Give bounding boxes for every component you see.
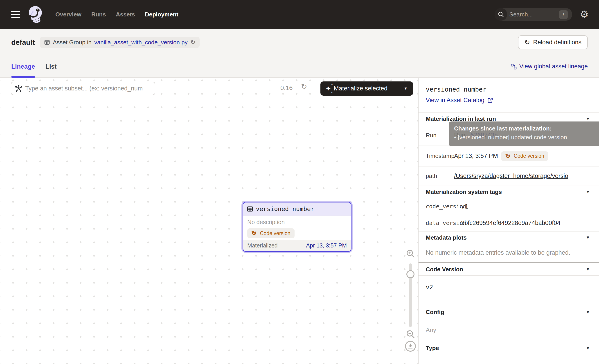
section-type[interactable]: Type ▼ [419, 342, 599, 354]
section-materialization-system-tags[interactable]: Materialization system tags ▼ [419, 186, 599, 198]
code-version-badge[interactable]: ↻! Code version [501, 151, 548, 161]
chevron-down-icon[interactable]: ▼ [586, 267, 590, 272]
zoom-controls [404, 244, 417, 364]
asset-subset-input-wrap [11, 82, 155, 95]
download-graph-icon[interactable] [405, 341, 416, 352]
chevron-down-icon[interactable]: ▼ [586, 116, 590, 121]
breadcrumb-file-link[interactable]: vanilla_asset_with_code_version.py [94, 39, 188, 46]
section-metadata-plots[interactable]: Metadata plots ▼ [419, 231, 599, 244]
zoom-slider-handle[interactable] [406, 270, 414, 278]
tab-list[interactable]: List [45, 56, 57, 77]
search-icon [495, 8, 507, 21]
asset-graph-canvas[interactable]: 0:16 ↻ ✦✦✦ Materialize selected ▼ versio… [0, 78, 419, 364]
gear-icon[interactable]: ⚙ [580, 9, 589, 19]
reload-icon: ↻ [524, 39, 530, 46]
view-global-asset-lineage-link[interactable]: View global asset lineage [511, 56, 588, 77]
chevron-down-icon[interactable]: ▼ [586, 190, 590, 194]
page-header: default Asset Group in vanilla_asset_wit… [0, 29, 599, 56]
asset-node-body: No description ↻! Code version [243, 216, 351, 238]
materialized-label: Materialized [247, 242, 278, 249]
search-bar[interactable]: / [495, 8, 572, 21]
asset-node-versioned-number[interactable]: versioned_number No description ↻! Code … [243, 202, 352, 252]
nav-menu: Overview Runs Assets Deployment [55, 11, 178, 18]
code-version-changed-icon: ↻! [251, 230, 258, 236]
asset-node-description: No description [247, 219, 347, 226]
data-version-value: 3bfc269594ef649228e9a74bab00f04 [457, 215, 599, 231]
reload-definitions-button[interactable]: ↻ Reload definitions [518, 35, 588, 49]
external-link-icon [487, 97, 493, 103]
page-title: default [11, 38, 35, 47]
timestamp-value: Apr 13, 3:57 PM [454, 153, 498, 159]
asset-subset-input[interactable] [25, 85, 151, 92]
view-in-asset-catalog-link[interactable]: View in Asset Catalog [426, 97, 493, 104]
materialized-time-link[interactable]: Apr 13, 3:57 PM [306, 242, 347, 249]
nav-item-runs[interactable]: Runs [91, 11, 106, 18]
row-code-version-tag: code_version v1 [419, 198, 599, 215]
refresh-icon[interactable]: ↻ [301, 83, 307, 90]
refresh-timer: 0:16 [280, 84, 293, 92]
config-value: Any [419, 318, 599, 342]
panel-asset-title: versioned_number [426, 86, 599, 93]
row-path: path /Users/sryza/dagster_home/storage/v… [419, 166, 599, 186]
reload-label: Reload definitions [533, 39, 581, 46]
menu-icon[interactable] [11, 11, 20, 18]
section-config[interactable]: Config ▼ [419, 306, 599, 318]
chevron-down-icon[interactable]: ▼ [586, 346, 590, 351]
materialize-label: Materialize selected [334, 85, 388, 92]
zoom-in-icon[interactable] [405, 249, 415, 259]
search-shortcut-badge: / [559, 10, 568, 19]
view-tabs: Lineage List View global asset lineage [0, 56, 599, 78]
code-version-definition-value: v2 [419, 276, 599, 306]
changes-since-materialization-tooltip: Changes since last materialization: • [v… [449, 121, 599, 146]
row-data-version-tag: data_version 3bfc269594ef649228e9a74bab0… [419, 215, 599, 231]
asset-group-icon [44, 39, 50, 45]
code-version-value: v1 [457, 198, 599, 215]
path-link[interactable]: /Users/sryza/dagster_home/storage/versio [454, 173, 568, 180]
row-timestamp: Timestamp Apr 13, 3:57 PM ↻! Code versio… [419, 146, 599, 166]
refresh-icon[interactable]: ↻ [190, 39, 195, 45]
breadcrumb: Asset Group in vanilla_asset_with_code_v… [40, 37, 200, 48]
nav-item-deployment[interactable]: Deployment [145, 11, 178, 18]
asset-graph-icon [15, 85, 23, 92]
zoom-out-icon[interactable] [405, 329, 415, 339]
section-code-version[interactable]: Code Version ▼ [419, 263, 599, 276]
asset-node-title: versioned_number [256, 205, 314, 212]
global-lineage-icon [511, 64, 517, 69]
table-icon [247, 206, 253, 212]
search-input[interactable] [510, 11, 552, 18]
chevron-down-icon[interactable]: ▼ [586, 235, 590, 240]
asset-node-footer: Materialized Apr 13, 3:57 PM [243, 240, 351, 251]
asset-detail-panel: versioned_number View in Asset Catalog M… [419, 78, 599, 364]
nav-item-overview[interactable]: Overview [55, 11, 81, 18]
breadcrumb-label: Asset Group in [53, 39, 92, 46]
code-version-changed-icon: ↻! [505, 153, 511, 159]
materialize-dropdown-caret[interactable]: ▼ [398, 81, 413, 95]
materialize-selected-button[interactable]: ✦✦✦ Materialize selected ▼ [320, 81, 413, 95]
code-version-badge[interactable]: ↻! Code version [247, 228, 295, 238]
metadata-empty-message: No numeric metadata entries available to… [419, 244, 599, 262]
dagster-logo-icon[interactable] [26, 5, 44, 24]
asset-node-header: versioned_number [243, 202, 351, 216]
nav-item-assets[interactable]: Assets [116, 11, 135, 18]
top-nav: Overview Runs Assets Deployment / ⚙ [0, 0, 599, 29]
chevron-down-icon[interactable]: ▼ [586, 310, 590, 315]
tab-lineage[interactable]: Lineage [11, 56, 35, 77]
panel-splitter-handle[interactable] [419, 262, 599, 263]
materialize-sparkle-icon: ✦✦✦ [325, 85, 331, 92]
